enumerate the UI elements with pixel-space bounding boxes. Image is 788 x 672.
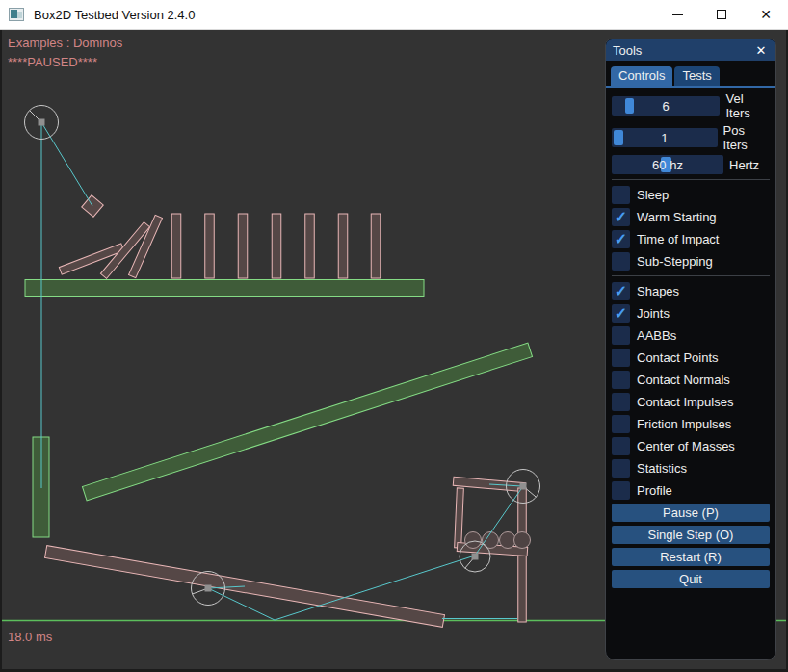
joint-anchor-1 xyxy=(39,119,45,126)
window-titlebar: Box2D Testbed Version 2.4.0 ✕ xyxy=(0,0,788,30)
ball-1 xyxy=(465,532,482,549)
checkbox-time-of-impact[interactable]: ✓Time of Impact xyxy=(612,230,770,248)
check-icon: ✓ xyxy=(615,284,627,299)
checkbox-statistics[interactable]: Statistics xyxy=(612,459,770,478)
pos-iters-slider[interactable]: 1 xyxy=(612,128,718,147)
minimize-button[interactable] xyxy=(655,0,699,29)
separator xyxy=(612,179,770,180)
slider-row-vel-iters: 6Vel Iters xyxy=(612,91,770,120)
domino-upright-2 xyxy=(205,214,215,278)
minimize-icon xyxy=(672,14,683,15)
checkbox-aabbs[interactable]: AABBs xyxy=(612,326,770,345)
checkbox-box[interactable] xyxy=(612,415,630,433)
check-icon: ✓ xyxy=(615,232,627,247)
tab-tests[interactable]: Tests xyxy=(674,66,719,86)
tab-controls[interactable]: Controls xyxy=(611,66,672,86)
checkbox-box[interactable] xyxy=(612,349,630,367)
hertz-slider[interactable]: 60 hz xyxy=(612,155,723,174)
slider-value: 1 xyxy=(612,128,718,147)
separator xyxy=(612,275,770,276)
slider-row-hertz: 60 hzHertz xyxy=(612,155,770,174)
ramp-plank xyxy=(82,343,532,501)
checkbox-warm-starting[interactable]: ✓Warm Starting xyxy=(612,208,770,226)
checkbox-joints[interactable]: ✓Joints xyxy=(612,304,770,323)
check-icon: ✓ xyxy=(615,210,627,225)
tools-close-icon[interactable]: ✕ xyxy=(753,43,769,58)
checkbox-label: Sub-Stepping xyxy=(637,254,713,269)
paused-label: ****PAUSED**** xyxy=(8,55,97,69)
domino-upright-4 xyxy=(272,214,281,278)
tools-panel-title: Tools xyxy=(613,43,753,58)
slider-label: Pos Iters xyxy=(723,123,770,152)
slider-group: 6Vel Iters1Pos Iters60 hzHertz xyxy=(612,91,770,174)
domino-upright-5 xyxy=(305,214,315,278)
tools-panel-body: 6Vel Iters1Pos Iters60 hzHertz Sleep✓War… xyxy=(606,88,775,588)
checkbox-profile[interactable]: Profile xyxy=(612,481,770,500)
domino-upright-6 xyxy=(338,214,348,278)
slider-value: 6 xyxy=(612,96,720,116)
tools-panel-titlebar[interactable]: Tools ✕ xyxy=(606,39,775,61)
checkbox-sleep[interactable]: Sleep xyxy=(612,186,770,204)
check-icon: ✓ xyxy=(615,306,627,322)
checkbox-label: Joints xyxy=(637,306,670,321)
checkbox-box[interactable] xyxy=(612,252,630,271)
checkbox-box[interactable] xyxy=(612,326,630,345)
frame-time-label: 18.0 ms xyxy=(8,630,52,644)
ball-2 xyxy=(483,532,499,549)
slider-value: 60 hz xyxy=(612,155,723,174)
checkbox-box[interactable] xyxy=(612,393,630,411)
checkbox-group-draw: ✓Shapes✓JointsAABBsContact PointsContact… xyxy=(612,282,770,500)
checkbox-box[interactable] xyxy=(612,437,630,455)
domino-upright-7 xyxy=(371,214,381,278)
app-icon xyxy=(9,8,24,21)
ball-4 xyxy=(514,532,531,549)
checkbox-box[interactable]: ✓ xyxy=(612,282,630,300)
checkbox-label: AABBs xyxy=(637,328,676,343)
tools-panel: Tools ✕ ControlsTests 6Vel Iters1Pos Ite… xyxy=(605,39,776,660)
checkbox-label: Time of Impact xyxy=(637,232,719,246)
checkbox-label: Friction Impulses xyxy=(637,417,731,431)
checkbox-label: Contact Points xyxy=(637,350,719,365)
checkbox-box[interactable]: ✓ xyxy=(612,304,630,323)
checkbox-sub-stepping[interactable]: Sub-Stepping xyxy=(612,252,770,271)
checkbox-box[interactable] xyxy=(612,481,630,500)
maximize-icon xyxy=(717,10,726,19)
checkbox-contact-normals[interactable]: Contact Normals xyxy=(612,371,770,389)
tab-bar: ControlsTests xyxy=(606,61,775,88)
checkbox-box[interactable] xyxy=(612,371,630,389)
checkbox-label: Sleep xyxy=(637,188,669,202)
button-restart-r[interactable]: Restart (R) xyxy=(612,548,770,566)
checkbox-contact-points[interactable]: Contact Points xyxy=(612,349,770,367)
joint-anchor-2 xyxy=(205,585,212,592)
checkbox-label: Statistics xyxy=(637,461,687,476)
checkbox-box[interactable] xyxy=(612,459,630,478)
maximize-button[interactable] xyxy=(699,0,744,29)
checkbox-box[interactable]: ✓ xyxy=(612,230,630,248)
vel-iters-slider[interactable]: 6 xyxy=(612,96,720,116)
ball-3 xyxy=(500,532,516,549)
joint-line-2 xyxy=(41,122,92,206)
checkbox-label: Warm Starting xyxy=(637,210,717,224)
checkbox-group-solver: Sleep✓Warm Starting✓Time of ImpactSub-St… xyxy=(612,186,770,271)
checkbox-contact-impulses[interactable]: Contact Impulses xyxy=(612,393,770,411)
checkbox-friction-impulses[interactable]: Friction Impulses xyxy=(612,415,770,433)
slider-label: Vel Iters xyxy=(725,91,770,120)
close-button[interactable]: ✕ xyxy=(744,0,788,29)
checkbox-box[interactable]: ✓ xyxy=(612,208,630,226)
button-pause-p[interactable]: Pause (P) xyxy=(612,504,770,522)
button-single-step-o[interactable]: Single Step (O) xyxy=(612,526,770,544)
domino-upright-1 xyxy=(171,214,181,278)
app-window: Box2D Testbed Version 2.4.0 ✕ Examples :… xyxy=(0,0,788,672)
slider-row-pos-iters: 1Pos Iters xyxy=(612,123,770,152)
domino-platform xyxy=(25,280,424,297)
example-label: Examples : Dominos xyxy=(8,36,122,50)
checkbox-label: Shapes xyxy=(637,284,679,298)
button-quit[interactable]: Quit xyxy=(612,570,770,588)
frame-left-post xyxy=(455,488,464,548)
slider-label: Hertz xyxy=(729,158,759,172)
checkbox-shapes[interactable]: ✓Shapes xyxy=(612,282,770,300)
checkbox-center-of-masses[interactable]: Center of Masses xyxy=(612,437,770,455)
checkbox-label: Contact Normals xyxy=(637,373,730,387)
joint-anchor-3 xyxy=(520,483,527,490)
checkbox-box[interactable] xyxy=(612,186,630,204)
